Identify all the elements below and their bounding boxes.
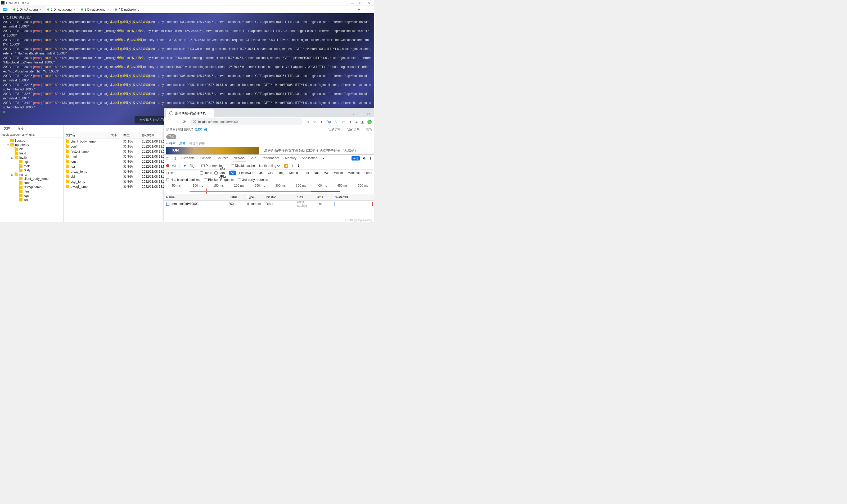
- col-type[interactable]: 类型: [121, 132, 140, 139]
- new-tab-button[interactable]: +: [214, 109, 222, 118]
- tree-item[interactable]: libexec: [0, 139, 63, 143]
- minimize-button[interactable]: —: [351, 1, 355, 5]
- type-filter-doc[interactable]: Doc: [312, 170, 321, 175]
- tree-item[interactable]: luajit: [0, 151, 63, 156]
- devtools-tab-network[interactable]: Network: [233, 155, 246, 162]
- type-filter-font[interactable]: Font: [300, 170, 311, 175]
- type-filter-media[interactable]: Media: [287, 170, 300, 175]
- ext-icon-2[interactable]: ▭: [342, 120, 346, 124]
- close-icon[interactable]: ×: [73, 7, 75, 12]
- invert-checkbox[interactable]: Invert: [200, 171, 212, 175]
- close-icon[interactable]: ×: [208, 111, 211, 115]
- tree-item[interactable]: redis: [0, 164, 63, 168]
- my-heima[interactable]: 我的黑马: [347, 127, 360, 132]
- maximize-icon[interactable]: □: [368, 112, 369, 116]
- tab-file[interactable]: 文件: [0, 125, 14, 132]
- register-link[interactable]: 免费注册: [194, 127, 207, 132]
- devtools-tab-memory[interactable]: Memory: [284, 155, 297, 162]
- throttling-select[interactable]: No throttling: [258, 164, 280, 168]
- share-icon[interactable]: ⇧: [307, 120, 310, 124]
- devtools-tab-performance[interactable]: Performance: [261, 155, 280, 162]
- type-filter-js[interactable]: JS: [257, 170, 265, 175]
- kebab-icon[interactable]: ⋮: [369, 157, 372, 160]
- col-name[interactable]: 文件名: [64, 132, 108, 139]
- tree-item[interactable]: ⊟openresty: [0, 143, 63, 147]
- blocked-cookies-checkbox[interactable]: Has blocked cookies: [166, 178, 200, 182]
- tree-item[interactable]: lua: [0, 198, 63, 202]
- blocked-requests-checkbox[interactable]: Blocked Requests: [204, 178, 234, 182]
- record-button[interactable]: [166, 164, 169, 167]
- avatar[interactable]: [367, 120, 371, 124]
- type-filter-all[interactable]: All: [229, 170, 236, 175]
- type-filter-fetch/xhr[interactable]: Fetch/XHR: [237, 170, 257, 175]
- network-row[interactable]: item.html?id=10003200documentOther(disk …: [164, 201, 374, 207]
- tree-item[interactable]: logs: [0, 194, 63, 198]
- devtools-tab-sources[interactable]: Sources: [216, 155, 229, 162]
- tree-item[interactable]: fastcgi_temp: [0, 185, 63, 189]
- ext-icon-1[interactable]: ▲: [319, 120, 324, 124]
- upload-icon[interactable]: ↥: [291, 164, 294, 168]
- gear-icon[interactable]: ⚙: [363, 157, 366, 160]
- tree-item[interactable]: conf: [0, 181, 63, 185]
- list-view-icon[interactable]: [368, 8, 372, 11]
- vue-icon[interactable]: V: [334, 120, 339, 124]
- forward-button[interactable]: →: [175, 120, 179, 124]
- disable-cache-checkbox[interactable]: Disable cache: [231, 164, 255, 168]
- path-bar[interactable]: /usr/local/openresty/nginx: [0, 132, 63, 138]
- more-tabs-icon[interactable]: »: [322, 157, 324, 160]
- url-input[interactable]: ⓘ localhost/item.html?id=10003: [190, 118, 303, 125]
- settings-icon[interactable]: ≡: [356, 120, 358, 124]
- type-filter-other[interactable]: Other: [362, 170, 374, 175]
- folder-tree[interactable]: libexec⊟openrestybinluajit⊟lualibngxredi…: [0, 138, 63, 222]
- session-tab-1[interactable]: 2 DingJiaxiong×: [45, 6, 79, 13]
- message-badge[interactable]: ✉ 1: [351, 156, 360, 161]
- minimize-icon[interactable]: —: [360, 112, 363, 116]
- tree-item[interactable]: ⊟lualib: [0, 156, 63, 160]
- type-filter-wasm[interactable]: Wasm: [332, 170, 345, 175]
- tree-toggle[interactable]: ⊟: [6, 144, 9, 146]
- inspect-icon[interactable]: ⬚: [166, 157, 169, 160]
- filter-input[interactable]: [166, 170, 198, 175]
- my-orders[interactable]: 我的订单: [328, 127, 341, 132]
- type-filter-manifest[interactable]: Manifest: [346, 170, 362, 175]
- reload-button[interactable]: ⟳: [183, 119, 186, 124]
- filter-icon[interactable]: ▼: [183, 164, 187, 168]
- close-icon[interactable]: ×: [107, 7, 109, 12]
- clear-button[interactable]: [172, 164, 176, 167]
- session-tab-0[interactable]: 1 DingJiaxiong×: [11, 6, 45, 13]
- add-tab-button[interactable]: +: [355, 7, 363, 12]
- type-filter-ws[interactable]: WS: [322, 170, 331, 175]
- tree-item[interactable]: ⊟nginx: [0, 173, 63, 177]
- devtools-tab-application[interactable]: Application: [301, 155, 318, 162]
- maximize-button[interactable]: □: [360, 1, 362, 5]
- heima[interactable]: 黑马: [366, 127, 372, 132]
- tree-toggle[interactable]: ⊟: [11, 156, 14, 159]
- extensions-icon[interactable]: ✦: [349, 120, 352, 124]
- chevron-down-icon[interactable]: ⌄: [352, 112, 355, 116]
- tree-item[interactable]: html: [0, 189, 63, 194]
- close-button[interactable]: ✕: [367, 1, 370, 5]
- devtools-tab-vue[interactable]: Vue: [250, 155, 257, 162]
- grid-view-icon[interactable]: [363, 8, 367, 11]
- browser-tab[interactable]: 黑马商城--商品详情页 ×: [166, 109, 214, 118]
- tree-toggle[interactable]: ⊟: [11, 173, 14, 176]
- col-size[interactable]: 大小: [108, 132, 121, 139]
- tree-item[interactable]: client_body_temp: [0, 177, 63, 181]
- sidepanel-icon[interactable]: ▣: [361, 120, 364, 124]
- timeline[interactable]: 50 ms100 ms150 ms200 ms250 ms300 ms350 m…: [164, 183, 374, 194]
- search-icon[interactable]: 🔍: [190, 164, 194, 168]
- close-icon[interactable]: ×: [39, 7, 41, 12]
- tab-command[interactable]: 命令: [14, 125, 28, 132]
- preserve-log-checkbox[interactable]: Preserve log: [202, 164, 223, 168]
- close-icon[interactable]: ×: [141, 7, 143, 12]
- wifi-icon[interactable]: 📶: [284, 164, 288, 168]
- translate-icon[interactable]: 译: [327, 120, 331, 124]
- back-button[interactable]: ←: [167, 120, 171, 124]
- tree-item[interactable]: ngx: [0, 160, 63, 164]
- open-folder-button[interactable]: [2, 6, 9, 13]
- devtools-tab-elements[interactable]: Elements: [181, 155, 195, 162]
- devtools-tab-console[interactable]: Console: [199, 155, 212, 162]
- tree-item[interactable]: resty: [0, 168, 63, 173]
- tree-item[interactable]: bin: [0, 147, 63, 151]
- session-tab-2[interactable]: 3 DingJiaxiong×: [79, 6, 112, 13]
